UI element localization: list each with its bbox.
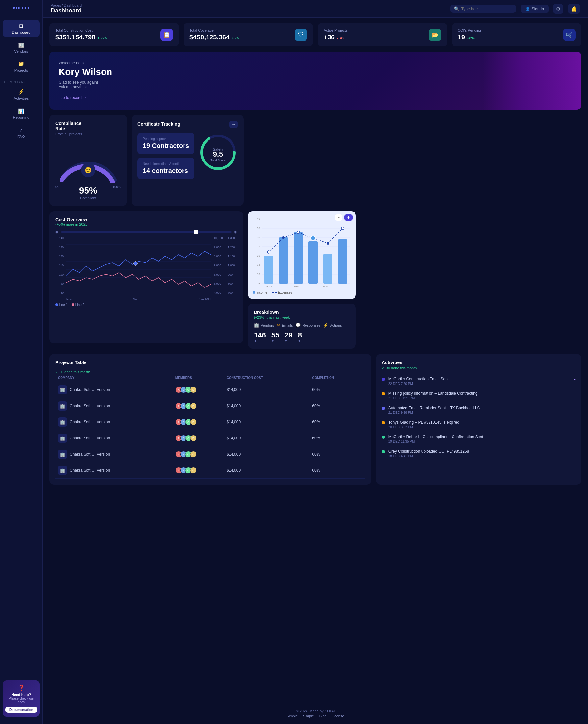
content: Total Construction Cost $351,154,798 +55… <box>43 18 588 703</box>
sidebar-item-faq[interactable]: ✓ FAQ <box>3 124 40 141</box>
cert-expand-button[interactable]: ··· <box>229 121 238 128</box>
settings-button[interactable]: ⚙ <box>553 4 563 14</box>
svg-rect-38 <box>338 240 347 284</box>
activity-content: Tonys Grading – PL #3210145 is expired 2… <box>388 420 575 429</box>
table-row: 🏢 Chakra Soft UI Version A B C D $14,000… <box>55 382 365 398</box>
activity-action-icon[interactable]: • <box>574 377 575 382</box>
cost-title: Cost Overview <box>55 217 237 222</box>
stat-card-active-projects: Active Projects +36 -14% 📂 <box>318 23 447 46</box>
svg-point-43 <box>327 242 329 245</box>
reporting-icon: 📊 <box>18 108 24 114</box>
right-column: ≡ ⚙ 40 35 30 25 20 15 10 5 <box>248 211 356 349</box>
company-icon: 🏢 <box>58 401 67 411</box>
activity-title: McCarthy Construction Email Sent <box>388 377 571 381</box>
sidebar-navigation: ⊞ Dashboard 🏢 Vendors 📁 Projects Complia… <box>0 19 42 676</box>
activity-title: Automated Email Reminder Sent – TK Backh… <box>388 406 575 410</box>
charts-row: Cost Overview (+5%) more in 2021 ◉ ◉ 140… <box>49 211 582 349</box>
stat-badge: +8% <box>467 36 474 40</box>
completion-cell: 60% <box>310 382 365 398</box>
sidebar-item-dashboard[interactable]: ⊞ Dashboard <box>3 20 40 37</box>
activity-content: Grey Construction uploaded COI PL#985125… <box>388 449 575 458</box>
col-members: MEMBERS <box>173 374 224 382</box>
svg-point-41 <box>297 231 300 233</box>
members-cell: A B C D <box>173 462 224 479</box>
sidebar-item-reporting[interactable]: 📊 Reporting <box>3 105 40 122</box>
cost-cell: $14,000 <box>224 462 310 479</box>
slider-icon-right: ◉ <box>234 230 237 234</box>
activity-title: Tonys Grading – PL #3210145 is expired <box>388 420 575 425</box>
footer-link-blog[interactable]: Blog <box>319 714 327 718</box>
chart-settings-button[interactable]: ⚙ <box>344 214 353 221</box>
svg-text:15: 15 <box>257 264 260 266</box>
list-item: Grey Construction uploaded COI PL#985125… <box>382 447 575 461</box>
company-name: Chakra Soft UI Version <box>70 420 110 424</box>
responses-sub: ▼ ... <box>285 339 292 343</box>
company-name: Chakra Soft UI Version <box>70 452 110 457</box>
stat-value: $450,125,364 <box>189 34 230 41</box>
svg-point-42 <box>311 236 315 241</box>
table-row: 🏢 Chakra Soft UI Version A B C D $14,000… <box>55 430 365 447</box>
emails-icon: ✉ <box>277 323 280 328</box>
vendors-value: 146 <box>254 331 266 339</box>
stat-value: 19 <box>458 34 465 41</box>
compliance-rate-card: Compliance Rate From all projects 😊 <box>49 115 127 206</box>
members-cell: A B C D <box>173 430 224 447</box>
stat-badge: +55% <box>97 36 107 40</box>
completion-cell: 60% <box>310 430 365 447</box>
legend-line2: Line 2 <box>72 303 84 307</box>
members-cell: A B C D <box>173 382 224 398</box>
footer-link-simple2[interactable]: Simple <box>303 714 314 718</box>
gauge-label-0: 0% <box>55 185 60 189</box>
stats-row: Total Construction Cost $351,154,798 +55… <box>49 23 582 46</box>
chart-range-slider[interactable] <box>61 231 232 232</box>
signin-button[interactable]: 👤 Sign In <box>521 5 548 13</box>
bell-button[interactable]: 🔔 <box>568 4 580 14</box>
tab-record-link[interactable]: Tab to record → <box>59 96 86 100</box>
stat-card-coverage: Total Coverage $450,125,364 +5% 🛡 <box>184 23 313 46</box>
search-box[interactable]: 🔍 <box>450 5 516 13</box>
list-item: McCarthy Construction Email Sent 22 DEC … <box>382 374 575 389</box>
sidebar-item-vendors[interactable]: 🏢 Vendors <box>3 39 40 56</box>
emails-sub: ▼ ... <box>271 339 279 343</box>
search-icon: 🔍 <box>454 6 459 11</box>
stat-value: $351,154,798 <box>55 34 96 41</box>
footer-link-license[interactable]: License <box>332 714 344 718</box>
cost-cell: $14,000 <box>224 382 310 398</box>
safety-score: Safety 9.5 Total Score <box>198 132 238 172</box>
bar-chart-legend: Income Expenses <box>253 291 351 294</box>
chart-menu-button[interactable]: ≡ <box>335 214 342 221</box>
user-icon: 👤 <box>525 6 530 11</box>
needs-value: 14 contractors <box>143 167 189 175</box>
welcome-name: Kory Wilson <box>59 67 489 77</box>
completion-cell: 60% <box>310 398 365 414</box>
sidebar-item-projects[interactable]: 📁 Projects <box>3 58 40 75</box>
documentation-button[interactable]: Documentation <box>5 707 37 713</box>
needs-label: Needs Immediate Attention <box>143 162 189 166</box>
cost-cell: $14,000 <box>224 430 310 447</box>
list-item: Tonys Grading – PL #3210145 is expired 2… <box>382 417 575 432</box>
cert-title: Certificate Tracking <box>138 121 180 127</box>
topbar: Pages / Dashboard Dashboard 🔍 👤 Sign In … <box>43 0 588 18</box>
search-input[interactable] <box>461 6 507 11</box>
company-cell: 🏢 Chakra Soft UI Version <box>55 398 173 414</box>
company-icon: 🏢 <box>58 466 67 475</box>
cert-row: Pending approval 19 Contractors Needs Im… <box>138 132 238 179</box>
help-card: ❓ Need help? Please check our docs Docum… <box>3 680 40 717</box>
cost-chart-area: 1401301201101009080 <box>55 236 237 301</box>
dashboard-icon: ⊞ <box>19 23 23 29</box>
sidebar-item-activities[interactable]: ⚡ Activities <box>3 86 40 103</box>
legend-line1: Line 1 <box>55 303 68 307</box>
footer-link-simple1[interactable]: Simple <box>287 714 298 718</box>
sidebar-item-label: Projects <box>15 68 28 73</box>
projects-table: COMPANY MEMBERS CONSTRUCTION COST COMPLE… <box>55 374 365 479</box>
company-cell: 🏢 Chakra Soft UI Version <box>55 382 173 398</box>
projects-title: Projects Table <box>55 360 86 365</box>
cost-overview-card: Cost Overview (+5%) more in 2021 ◉ ◉ 140… <box>49 211 243 344</box>
sidebar-item-label: Vendors <box>14 49 28 53</box>
breakdown-emails: ✉ Emails <box>277 323 293 328</box>
activity-status-dot <box>382 421 385 424</box>
company-name: Chakra Soft UI Version <box>70 404 110 408</box>
certificate-tracking-card: Certificate Tracking ··· Pending approva… <box>131 115 244 206</box>
legend-income: Income <box>253 291 267 294</box>
company-icon: 🏢 <box>58 434 67 443</box>
